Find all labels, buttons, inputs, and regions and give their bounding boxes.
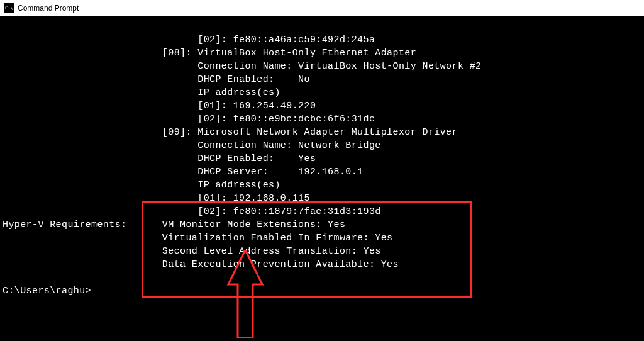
cmd-icon: C:\	[4, 3, 14, 13]
terminal-line: DHCP Enabled: Yes	[3, 154, 316, 164]
terminal-line: Hyper-V Requirements: VM Monitor Mode Ex…	[3, 220, 345, 230]
terminal-line: [01]: 169.254.49.220	[3, 101, 316, 111]
terminal-line: Second Level Address Translation: Yes	[3, 246, 381, 257]
terminal-line: IP address(es)	[3, 87, 280, 98]
terminal-output[interactable]: [02]: fe80::a46a:c59:492d:245a [08]: Vir…	[0, 16, 644, 298]
titlebar[interactable]: C:\ Command Prompt	[0, 0, 644, 16]
terminal-line: IP address(es)	[3, 180, 280, 191]
svg-text:C:\: C:\	[5, 6, 13, 11]
window-title: Command Prompt	[18, 4, 79, 13]
terminal-line: [02]: fe80::1879:7fae:31d3:193d	[3, 206, 381, 217]
terminal-line: [09]: Microsoft Network Adapter Multiple…	[3, 127, 458, 138]
terminal-line: Connection Name: VirtualBox Host-Only Ne…	[3, 61, 482, 72]
terminal-line: Connection Name: Network Bridge	[3, 140, 381, 151]
terminal-line: Virtualization Enabled In Firmware: Yes	[3, 233, 393, 243]
terminal-line: DHCP Enabled: No	[3, 74, 310, 85]
terminal-line: DHCP Server: 192.168.0.1	[3, 167, 364, 177]
terminal-prompt: C:\Users\raghu>	[3, 286, 91, 296]
terminal-line: [01]: 192.168.0.115	[3, 193, 310, 204]
terminal-line: Data Execution Prevention Available: Yes	[3, 259, 399, 270]
terminal-line: [08]: VirtualBox Host-Only Ethernet Adap…	[3, 48, 416, 59]
terminal-line: [02]: fe80::a46a:c59:492d:245a	[3, 35, 375, 45]
terminal-line: [02]: fe80::e9bc:dcbc:6f6:31dc	[3, 114, 375, 125]
